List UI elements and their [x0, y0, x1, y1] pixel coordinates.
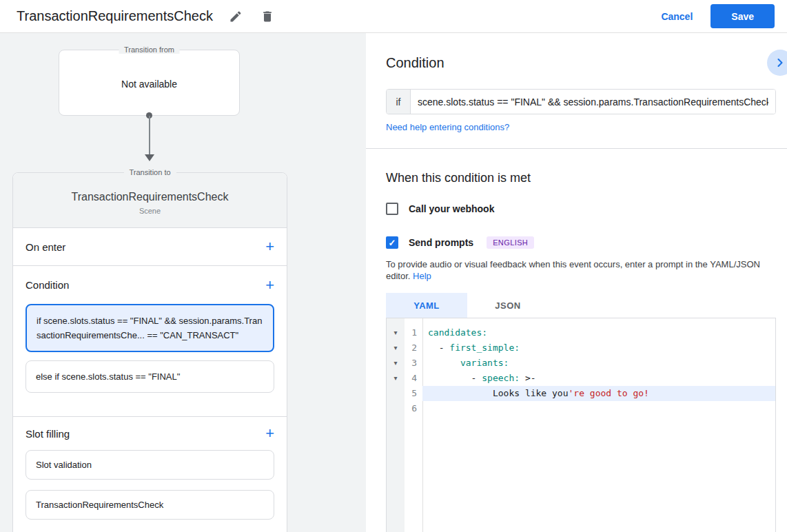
panel-divider — [366, 148, 787, 149]
edit-button[interactable] — [227, 8, 245, 25]
scene-header[interactable]: TransactionRequirementsCheck Scene — [13, 173, 287, 228]
fold-icon[interactable]: ▾ — [387, 356, 405, 371]
line-number: 2 — [405, 340, 422, 356]
condition-expression-input[interactable] — [411, 90, 775, 114]
slot-filling-section: Slot filling + Slot validation Transacti… — [13, 417, 287, 520]
code-token: first_simple: — [449, 342, 520, 353]
connector-line — [149, 116, 150, 156]
fold-icon[interactable]: ▾ — [387, 325, 405, 340]
if-label: if — [387, 90, 411, 114]
condition-panel-title: Condition — [386, 55, 444, 71]
editor-tabs: YAML JSON — [386, 293, 549, 318]
fold-icon[interactable]: ▾ — [387, 371, 405, 386]
on-enter-section[interactable]: On enter + — [13, 228, 287, 266]
header-title-group: TransactionRequirementsCheck — [17, 8, 276, 25]
transition-from-value: Not available — [59, 79, 239, 90]
code-token: - — [428, 373, 482, 383]
editor-line: ▾4 - speech: >- — [387, 371, 775, 386]
line-number: 4 — [405, 371, 422, 386]
editor-line: 5 Looks like you're good to go! — [387, 386, 775, 401]
line-number: 1 — [405, 325, 422, 340]
editor-line: ▾2 - first_simple: — [387, 340, 775, 356]
condition-section-header: Condition + — [13, 266, 287, 304]
app-root: TransactionRequirementsCheck Cancel Save… — [0, 0, 787, 532]
help-link[interactable]: Help — [413, 271, 431, 281]
editor-line: 6 — [387, 401, 775, 416]
code-token: speech: — [482, 373, 520, 383]
code-token: >- — [520, 373, 535, 383]
scene-card: Transition to TransactionRequirementsChe… — [12, 172, 287, 532]
transition-from-label: Transition from — [119, 45, 180, 54]
scene-name: TransactionRequirementsCheck — [72, 191, 229, 203]
send-prompts-label: Send prompts — [409, 237, 473, 248]
code-token: Looks like you — [428, 388, 569, 398]
code-token: 're good to go! — [569, 388, 649, 398]
code-token: variants: — [460, 358, 509, 368]
code-editor[interactable]: ▾1candidates:▾2 - first_simple:▾3 varian… — [386, 318, 776, 532]
fold-spacer — [387, 401, 405, 416]
add-condition-icon[interactable]: + — [265, 278, 274, 293]
condition-section: Condition + if scene.slots.status == "FI… — [13, 266, 287, 417]
editor-line: ▾3 variants: — [387, 356, 775, 371]
webhook-checkbox[interactable] — [386, 203, 398, 215]
line-number: 6 — [405, 401, 422, 416]
collapse-panel-button[interactable] — [767, 50, 787, 76]
slot-card-validation[interactable]: Slot validation — [25, 450, 274, 480]
condition-panel: Condition if Need help entering conditio… — [366, 33, 787, 532]
condition-card[interactable]: else if scene.slots.status == "FINAL" — [25, 360, 274, 393]
code-line-text[interactable]: candidates: — [422, 325, 775, 340]
when-condition-met-title: When this condition is met — [386, 171, 531, 185]
header-actions: Cancel Save — [661, 4, 775, 28]
slot-filling-section-header: Slot filling + — [13, 417, 287, 450]
condition-help-link[interactable]: Need help entering conditions? — [386, 122, 509, 132]
chevron-right-icon — [773, 56, 787, 70]
page-title: TransactionRequirementsCheck — [17, 8, 213, 24]
trash-icon — [260, 10, 274, 23]
save-button[interactable]: Save — [711, 4, 775, 28]
add-slot-icon[interactable]: + — [265, 426, 274, 441]
transition-from-box[interactable]: Transition from Not available — [59, 50, 240, 116]
pencil-icon — [229, 10, 243, 23]
header: TransactionRequirementsCheck Cancel Save — [0, 0, 787, 33]
code-line-text[interactable]: - first_simple: — [422, 340, 775, 356]
editor-lines: ▾1candidates:▾2 - first_simple:▾3 varian… — [387, 318, 775, 416]
slot-card-requirements-check[interactable]: TransactionRequirementsCheck — [25, 490, 274, 520]
delete-button[interactable] — [258, 8, 276, 25]
prompt-description: To provide audio or visual feedback when… — [386, 258, 782, 282]
flow-panel: Transition from Not available Transition… — [0, 33, 366, 532]
code-token: candidates: — [428, 327, 487, 338]
scene-type: Scene — [139, 207, 161, 215]
code-line-text[interactable] — [422, 401, 775, 416]
webhook-row: Call your webhook — [386, 203, 494, 215]
code-line-text[interactable]: Looks like you're good to go! — [422, 386, 775, 401]
prompt-description-text: To provide audio or visual feedback when… — [386, 259, 760, 281]
tab-json[interactable]: JSON — [467, 293, 549, 318]
tab-yaml[interactable]: YAML — [386, 293, 467, 318]
condition-label: Condition — [25, 279, 69, 291]
code-token — [428, 358, 460, 368]
line-number: 3 — [405, 356, 422, 371]
code-line-text[interactable]: variants: — [422, 356, 775, 371]
send-prompts-row: ✓ Send prompts ENGLISH — [386, 236, 534, 249]
editor-line: ▾1candidates: — [387, 325, 775, 340]
send-prompts-checkbox[interactable]: ✓ — [386, 236, 398, 249]
code-token: - — [428, 342, 449, 353]
connector-arrow-icon — [145, 154, 154, 161]
fold-spacer — [387, 386, 405, 401]
slot-filling-label: Slot filling — [25, 428, 70, 440]
on-enter-label: On enter — [25, 241, 65, 253]
add-on-enter-icon[interactable]: + — [265, 239, 274, 254]
language-badge: ENGLISH — [487, 236, 534, 249]
line-number: 5 — [405, 386, 422, 401]
fold-icon[interactable]: ▾ — [387, 340, 405, 356]
cancel-button[interactable]: Cancel — [661, 11, 693, 22]
condition-card-selected[interactable]: if scene.slots.status == "FINAL" && sess… — [25, 304, 274, 352]
transition-to-label: Transition to — [123, 168, 176, 176]
condition-expression-row: if — [386, 89, 776, 114]
code-line-text[interactable]: - speech: >- — [422, 371, 775, 386]
webhook-label: Call your webhook — [409, 203, 494, 214]
